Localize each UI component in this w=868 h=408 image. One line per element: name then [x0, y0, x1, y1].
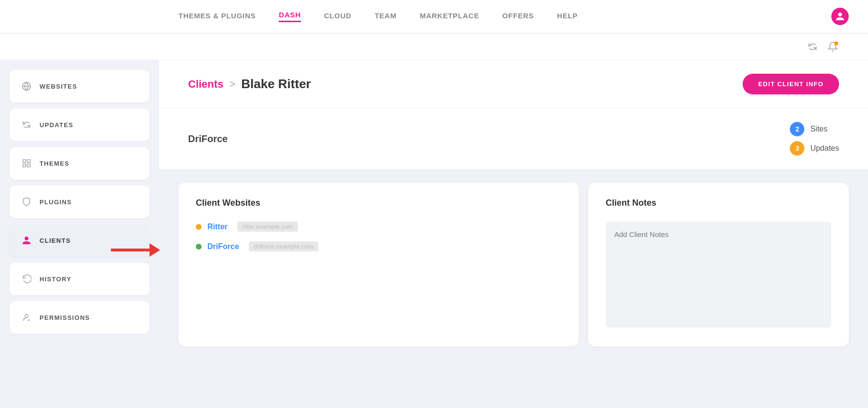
sidebar-label-updates: UPDATES [40, 121, 73, 129]
nav-cloud[interactable]: CLOUD [324, 12, 352, 22]
page-header: Clients > Blake Ritter EDIT CLIENT INFO [159, 60, 868, 108]
plugins-icon [21, 197, 32, 207]
main-content: Clients > Blake Ritter EDIT CLIENT INFO … [159, 60, 868, 408]
clients-icon [21, 235, 32, 246]
notification-dot [834, 41, 838, 45]
sidebar-label-permissions: PERMISSIONS [40, 314, 90, 321]
website-url-ritter: ritter.example.com [237, 222, 298, 232]
notification-icon[interactable] [827, 40, 839, 53]
refresh-icon[interactable] [806, 40, 819, 53]
breadcrumb-separator: > [229, 78, 235, 91]
arrow-indicator [111, 243, 160, 257]
website-dot-driforce [196, 244, 202, 250]
sidebar-label-plugins: PLUGINS [40, 198, 72, 206]
svg-point-6 [25, 314, 28, 317]
website-item-ritter: Ritter ritter.example.com [196, 222, 561, 232]
history-icon [21, 274, 32, 284]
arrow-body [111, 249, 149, 251]
nav-offers[interactable]: OFFERS [502, 12, 534, 22]
client-notes-panel: Client Notes [588, 183, 849, 346]
sidebar-item-permissions[interactable]: PERMISSIONS [10, 301, 149, 334]
sidebar-label-themes: THEMES [40, 160, 69, 167]
svg-rect-5 [27, 164, 30, 167]
edit-client-button[interactable]: EDIT CLIENT INFO [743, 74, 839, 94]
sites-badge: 2 [790, 122, 804, 136]
breadcrumb-current-page: Blake Ritter [241, 77, 311, 92]
panels: Client Websites Ritter ritter.example.co… [159, 171, 868, 358]
breadcrumb: Clients > Blake Ritter [188, 77, 311, 92]
nav-right [831, 8, 849, 25]
website-dot-ritter [196, 224, 202, 230]
updates-badge: 3 [790, 141, 804, 156]
svg-rect-2 [23, 160, 26, 163]
client-company-name: DriForce [188, 133, 228, 145]
stat-row-sites: 2 Sites [790, 122, 839, 136]
top-nav: THEMES & PLUGINS DASH CLOUD TEAM MARKETP… [0, 0, 868, 34]
nav-themes-plugins[interactable]: THEMES & PLUGINS [178, 12, 256, 22]
client-notes-title: Client Notes [606, 198, 831, 208]
sidebar-item-plugins[interactable]: PLUGINS [10, 185, 149, 218]
breadcrumb-clients-link[interactable]: Clients [188, 78, 223, 91]
website-name-driforce[interactable]: DriForce [207, 242, 239, 251]
client-websites-panel: Client Websites Ritter ritter.example.co… [178, 183, 579, 346]
sidebar-item-updates[interactable]: UPDATES [10, 108, 149, 141]
sidebar-label-history: HISTORY [40, 276, 71, 283]
arrow-head [149, 243, 160, 257]
main-layout: WEBSITES UPDATES THEMES PLUGINS CLIENTS [0, 60, 868, 408]
client-stats: 2 Sites 3 Updates [790, 122, 839, 156]
sidebar-item-history[interactable]: HISTORY [10, 263, 149, 295]
website-name-ritter[interactable]: Ritter [207, 223, 228, 231]
user-avatar[interactable] [831, 8, 849, 25]
client-websites-title: Client Websites [196, 198, 561, 208]
themes-icon [21, 158, 32, 169]
website-url-driforce: driforce.example.com [249, 241, 318, 251]
nav-team[interactable]: TEAM [375, 12, 397, 22]
stat-row-updates: 3 Updates [790, 141, 839, 156]
globe-icon [21, 81, 32, 92]
website-item-driforce: DriForce driforce.example.com [196, 241, 561, 251]
nav-marketplace[interactable]: MARKETPLACE [420, 12, 479, 22]
sidebar-label-clients: CLIENTS [40, 237, 71, 244]
updates-label: Updates [810, 144, 839, 153]
svg-rect-4 [23, 164, 26, 167]
sidebar-label-websites: WEBSITES [40, 83, 77, 90]
svg-rect-3 [27, 160, 30, 163]
toolbar [0, 34, 868, 60]
nav-items: THEMES & PLUGINS DASH CLOUD TEAM MARKETP… [178, 11, 831, 22]
nav-help[interactable]: HELP [557, 12, 578, 22]
nav-dash[interactable]: DASH [279, 11, 301, 22]
permissions-icon [21, 312, 32, 323]
client-notes-textarea[interactable] [606, 222, 831, 328]
sidebar-item-themes[interactable]: THEMES [10, 147, 149, 180]
toolbar-icons [806, 40, 839, 53]
sidebar-item-websites[interactable]: WEBSITES [10, 70, 149, 103]
sidebar: WEBSITES UPDATES THEMES PLUGINS CLIENTS [0, 60, 159, 408]
client-info-bar: DriForce 2 Sites 3 Updates [159, 108, 868, 171]
sites-label: Sites [810, 125, 827, 133]
updates-icon [21, 119, 32, 130]
